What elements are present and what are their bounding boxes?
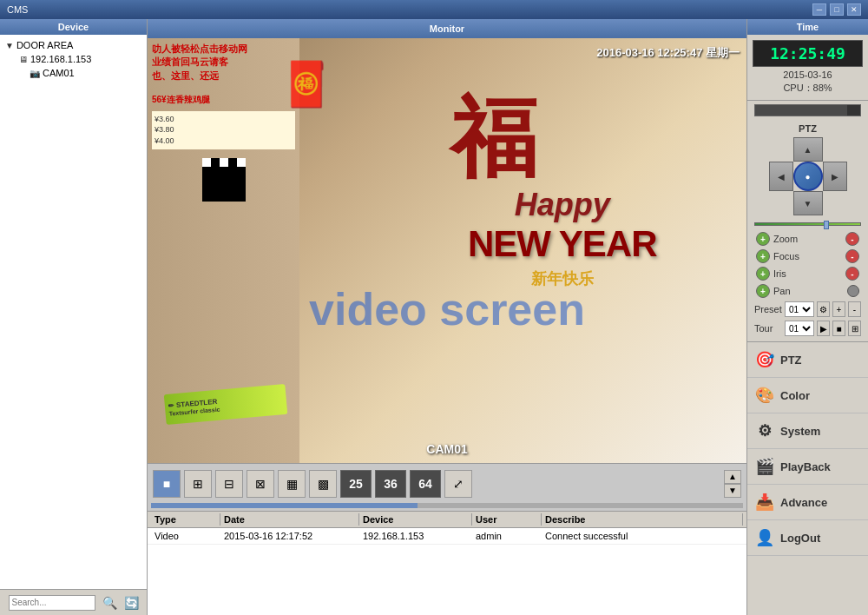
tour-stop-button[interactable]: ■: [832, 321, 845, 336]
ptz-right-button[interactable]: ▶: [823, 162, 847, 191]
tour-row: Tour 01 02 ▶ ■ ⊞: [751, 319, 865, 338]
playback-progress-bar[interactable]: [151, 503, 743, 508]
menu-item-playback[interactable]: 🎬 PlayBack: [747, 449, 868, 485]
view-1x1-button[interactable]: ■: [153, 470, 181, 498]
view-64-button[interactable]: 64: [410, 470, 441, 498]
date-display: 2015-03-16: [753, 69, 863, 80]
iris-label: Iris: [773, 268, 842, 279]
tour-grid-button[interactable]: ⊞: [848, 321, 861, 336]
scroll-down-button[interactable]: ▼: [724, 484, 741, 498]
refresh-icon[interactable]: 🔄: [124, 596, 139, 610]
ptz-corner-tr: [823, 137, 847, 162]
focus-minus-button[interactable]: -: [845, 249, 859, 263]
zoom-plus-button[interactable]: +: [756, 232, 770, 246]
ptz-down-button[interactable]: ▼: [793, 191, 823, 215]
tree-ip-label: 192.168.1.153: [30, 54, 91, 64]
preset-delete-button[interactable]: -: [848, 301, 861, 317]
ad-price-table: ¥3.60 ¥3.80 ¥4.00: [152, 111, 295, 149]
toolbar-buttons: ■ ⊞ ⊟ ⊠ ▦ ▩ 25 36 64 ⤢ ▲ ▼: [148, 464, 746, 503]
iris-plus-button[interactable]: +: [756, 267, 770, 281]
view-4x4-button[interactable]: ⊠: [247, 470, 274, 498]
cpu-display: CPU：88%: [753, 82, 863, 95]
color-menu-label: Color: [780, 389, 810, 402]
device-tree: ▼ DOOR AREA 🖥 192.168.1.153 📷 CAM01: [0, 35, 147, 589]
monitor-icon: 🖥: [19, 55, 28, 64]
view-custom2-button[interactable]: ▩: [309, 470, 337, 498]
pan-label: Pan: [773, 286, 844, 296]
minimize-button[interactable]: ─: [812, 3, 826, 16]
video-feed[interactable]: 叻人被轻松点击移动网业绩首回马云请客也、这里、还远 56¥连香辣鸡腿 ¥3.60…: [148, 38, 746, 463]
pan-dot[interactable]: [847, 285, 859, 297]
maximize-button[interactable]: □: [830, 3, 844, 16]
close-button[interactable]: ✕: [847, 3, 861, 16]
ptz-center-button[interactable]: ●: [793, 162, 823, 191]
ptz-left-button[interactable]: ◀: [769, 162, 793, 191]
view-custom1-button[interactable]: ▦: [278, 470, 306, 498]
preset-row: Preset 01 02 03 ⚙ + -: [751, 300, 865, 319]
ptz-up-button[interactable]: ▲: [793, 137, 823, 162]
center-area: Monitor 叻人被轻松点击移动网业绩首回马云请客也、这里、还远 56¥连香辣…: [148, 19, 746, 615]
view-25-button[interactable]: 25: [340, 470, 372, 498]
preset-settings-button[interactable]: ⚙: [817, 301, 830, 317]
menu-item-color[interactable]: 🎨 Color: [747, 378, 868, 413]
hny-chinese: 新年快乐: [468, 268, 657, 289]
preset-add-button[interactable]: +: [832, 301, 845, 317]
advance-menu-label: Advance: [780, 496, 827, 509]
clock-display: 12:25:49: [753, 40, 863, 67]
logout-menu-icon: 👤: [754, 527, 775, 548]
time-panel-header: Time: [747, 19, 868, 35]
camera-icon: 📷: [30, 69, 40, 78]
log-area: Type Date Device User Describe Video 201…: [148, 511, 746, 615]
search-icon[interactable]: 🔍: [102, 596, 117, 610]
menu-item-system[interactable]: ⚙ System: [747, 413, 868, 449]
col-device-header: Device: [359, 513, 472, 526]
main-container: Device ▼ DOOR AREA 🖥 192.168.1.153 📷 CAM…: [0, 19, 868, 615]
pan-plus-button[interactable]: +: [756, 284, 770, 298]
video-toolbar: ■ ⊞ ⊟ ⊠ ▦ ▩ 25 36 64 ⤢ ▲ ▼: [148, 463, 746, 511]
monitor-label: Monitor: [430, 23, 464, 34]
tour-play-button[interactable]: ▶: [817, 321, 830, 336]
focus-plus-button[interactable]: +: [756, 249, 770, 263]
fu-character: 福: [450, 81, 537, 198]
speed-slider-row: [751, 221, 865, 228]
right-panel: Time 12:25:49 2015-03-16 CPU：88% PTZ ▲ ◀…: [746, 19, 868, 615]
logout-menu-label: LogOut: [780, 532, 820, 545]
menu-item-logout[interactable]: 👤 LogOut: [747, 520, 868, 556]
preset-label: Preset: [754, 304, 782, 314]
camera-label: CAM01: [426, 442, 467, 456]
menu-item-ptz[interactable]: 🎯 PTZ: [747, 342, 868, 378]
tree-camera-item[interactable]: 📷 CAM01: [28, 66, 143, 80]
view-2x2-button[interactable]: ⊞: [184, 470, 212, 498]
log-row-0[interactable]: Video 2015-03-16 12:17:52 192.168.1.153 …: [148, 528, 746, 545]
ptz-menu-icon: 🎯: [754, 349, 775, 370]
log-date-0: 2015-03-16 12:17:52: [220, 530, 359, 542]
tour-select[interactable]: 01 02: [785, 321, 814, 336]
ptz-joystick: ▲ ◀ ● ▶ ▼: [769, 137, 847, 215]
tree-ip-item[interactable]: 🖥 192.168.1.153: [17, 52, 143, 66]
title-bar: CMS ─ □ ✕: [0, 0, 868, 19]
fullscreen-button[interactable]: ⤢: [444, 470, 472, 498]
focus-label: Focus: [773, 251, 842, 261]
speed-slider[interactable]: [754, 222, 861, 226]
scroll-up-button[interactable]: ▲: [724, 470, 741, 484]
preset-select[interactable]: 01 02 03: [785, 301, 814, 317]
tree-root[interactable]: ▼ DOOR AREA: [3, 38, 143, 52]
menu-item-advance[interactable]: 📥 Advance: [747, 485, 868, 520]
title-bar-controls: ─ □ ✕: [812, 3, 861, 16]
view-3x3-button[interactable]: ⊟: [215, 470, 243, 498]
ad-content: 叻人被轻松点击移动网业绩首回马云请客也、这里、还远 56¥连香辣鸡腿 ¥3.60…: [148, 38, 299, 215]
log-type-0: Video: [151, 530, 220, 542]
iris-control-row: + Iris -: [751, 265, 865, 282]
iris-minus-button[interactable]: -: [845, 267, 859, 281]
tour-label: Tour: [754, 323, 782, 334]
tree-camera-label: CAM01: [43, 68, 75, 78]
speed-handle: [824, 221, 829, 229]
focus-control-row: + Focus -: [751, 248, 865, 265]
video-screen-label: video screen: [309, 283, 585, 335]
zoom-minus-button[interactable]: -: [845, 232, 859, 246]
view-36-button[interactable]: 36: [375, 470, 406, 498]
left-panel: Device ▼ DOOR AREA 🖥 192.168.1.153 📷 CAM…: [0, 19, 148, 615]
search-input[interactable]: [9, 595, 95, 611]
cpu-progress-bar: [754, 104, 861, 116]
app-title: CMS: [7, 4, 28, 15]
